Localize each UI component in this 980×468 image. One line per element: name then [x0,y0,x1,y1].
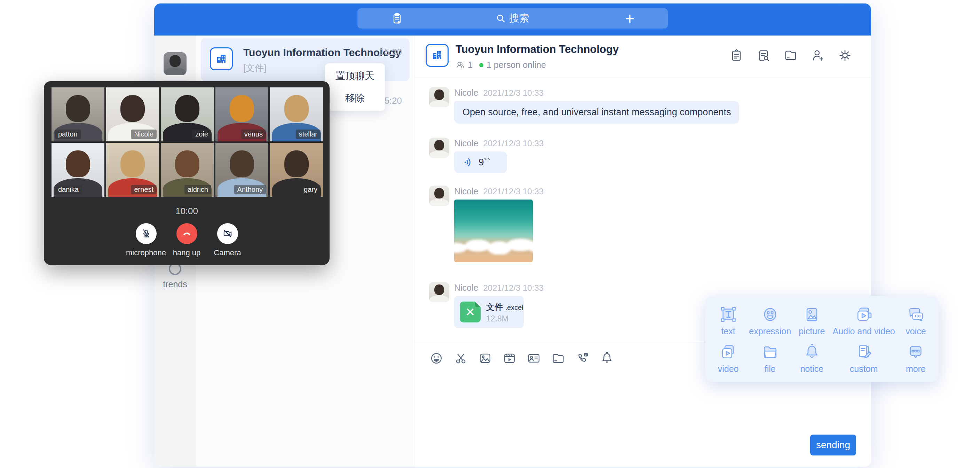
online-dot [479,63,484,67]
participant-name: venus [241,129,266,139]
participant-name: gary [301,185,321,194]
picture-icon[interactable] [478,351,492,366]
sender-name: Nicole [454,88,478,97]
text-message-bubble[interactable]: Open source, free, and universal instant… [454,101,739,124]
conversation-last-message: [文件] [243,62,266,74]
file-size: 12.8M [486,314,508,324]
message-meta: Nicole2021/12/3 10:33 [454,88,544,98]
panel-item-text[interactable]: text [708,302,749,339]
notes-icon[interactable] [391,12,403,25]
avatar[interactable] [429,282,449,302]
panel-item-audio-video[interactable]: Audio and video [832,302,895,339]
nav-item-trends[interactable]: trends [154,262,196,289]
avatar[interactable] [429,185,449,206]
scissors-icon[interactable] [453,351,468,366]
picture-icon [802,305,822,324]
desktop-background: 搜索 + trends [0,0,980,468]
search-placeholder: 搜索 [509,11,529,26]
contact-card-icon[interactable] [527,351,541,366]
participant-name: ernest [131,185,157,194]
folder-icon[interactable] [551,351,566,366]
files-icon[interactable] [783,47,799,63]
voice-message-bubble[interactable]: 9`` [454,152,507,173]
chat-subtitle: 1 1 person online [455,60,546,70]
participant-tile: danika [51,143,104,197]
voice-wave-icon [463,157,474,168]
send-button[interactable]: sending [810,434,856,455]
trends-label: trends [154,279,196,289]
sender-name: Nicole [454,283,478,292]
microphone-muted-icon[interactable] [136,223,157,244]
custom-icon [854,342,873,362]
voice-duration: 9`` [479,157,490,168]
plus-icon[interactable]: + [625,10,635,26]
video-clip-icon[interactable] [502,351,517,366]
search-icon [496,14,506,23]
search-field[interactable]: 搜索 [496,11,529,26]
panel-item-more[interactable]: more [895,339,937,377]
building-icon [215,52,228,66]
search-bar[interactable]: 搜索 + [357,8,668,29]
menu-item-pin-chat[interactable]: 置顶聊天 [325,65,385,87]
participant-grid: patton Nicole zoie venus stellar danika … [51,88,323,197]
participant-tile: ernest [106,143,159,197]
participant-tile: zoie [161,88,214,141]
participant-name: Anthony [234,185,266,194]
panel-item-file[interactable]: file [749,339,791,377]
add-member-icon[interactable] [810,47,826,63]
panel-item-voice[interactable]: voice [895,302,937,339]
participant-tile: patton [51,88,104,141]
avatar[interactable] [429,87,449,107]
participant-tile: venus [215,88,268,141]
announcement-icon[interactable] [729,47,745,63]
more-icon [906,342,925,362]
participant-name: Nicole [131,129,157,139]
camera-off-icon[interactable] [217,223,238,244]
menu-item-remove[interactable]: 移除 [325,87,385,109]
participant-name: danika [55,185,82,194]
participant-tile: aldrich [161,143,214,197]
participant-tile: Nicole [106,88,159,141]
text-icon [719,305,738,324]
self-avatar[interactable] [164,52,186,75]
group-avatar [210,47,233,70]
file-message-bubble[interactable]: ✕ 文件 .excel 12.8M [454,296,524,328]
message-time: 2021/12/3 10:33 [483,187,544,196]
hang-up-icon[interactable] [177,223,197,244]
message-meta: Nicole2021/12/3 10:33 [454,138,544,149]
image-message[interactable] [454,200,533,262]
control-label: hang up [173,248,201,257]
panel-item-expression[interactable]: expression [749,302,791,339]
chat-panel: Tuoyun Information Technology 1 1 person… [414,35,871,466]
conversation-title: Tuoyun Information Technology [243,47,401,59]
members-icon [455,61,465,70]
building-icon [430,48,444,62]
panel-item-picture[interactable]: picture [791,302,832,339]
conversation-time: 15:20 [379,47,402,58]
chat-title: Tuoyun Information Technology [455,43,619,56]
call-timer: 10:00 [44,206,329,217]
video-call-icon[interactable] [575,351,590,366]
participant-name: stellar [296,129,321,139]
participant-tile: Anthony [215,143,268,197]
file-ext: .excel [505,303,523,311]
participant-name: aldrich [185,185,211,194]
conversation-context-menu: 置顶聊天 移除 [325,63,385,111]
notification-icon[interactable] [600,351,614,366]
excel-file-icon: ✕ [460,302,480,323]
participant-tile: stellar [270,88,323,141]
avatar[interactable] [429,137,449,158]
message-time: 2021/12/3 10:33 [483,139,544,148]
chat-history-icon[interactable] [756,47,772,63]
notice-icon [802,342,822,362]
panel-item-video[interactable]: video [708,339,749,377]
panel-item-custom[interactable]: custom [832,339,895,377]
online-status: 1 person online [487,60,546,70]
panel-item-notice[interactable]: notice [791,339,832,377]
message-type-panel: text expression picture Audio [705,296,939,382]
message-meta: Nicole2021/12/3 10:33 [454,186,544,196]
video-call-window: patton Nicole zoie venus stellar danika … [44,81,329,265]
settings-icon[interactable] [837,47,853,63]
top-bar: 搜索 + [154,3,871,35]
emoji-icon[interactable] [429,351,444,366]
